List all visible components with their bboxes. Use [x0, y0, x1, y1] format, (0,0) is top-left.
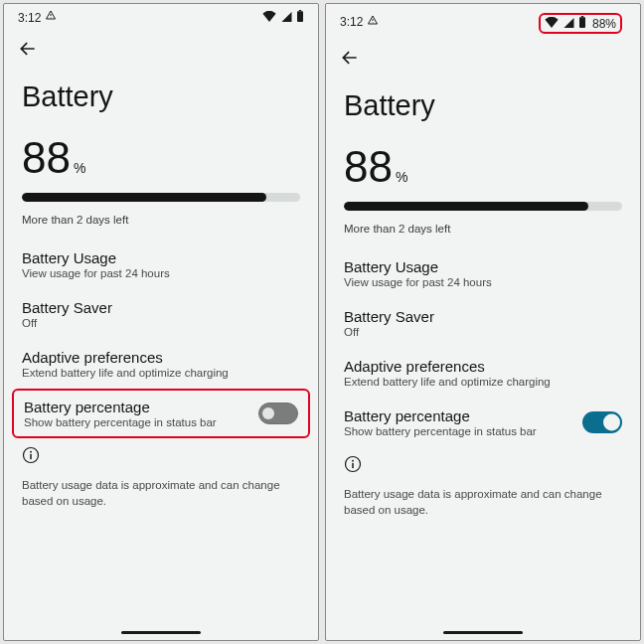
- item-sub: Show battery percentage in status bar: [344, 425, 572, 437]
- info-icon: [344, 455, 362, 477]
- wifi-icon: [262, 11, 276, 25]
- battery-value: 88: [22, 133, 71, 183]
- info-icon: [22, 446, 40, 468]
- battery-estimate: More than 2 days left: [326, 217, 640, 248]
- item-sub: Extend battery life and optimize chargin…: [344, 376, 622, 388]
- item-sub: View usage for past 24 hours: [22, 267, 300, 279]
- dnd-icon: [45, 10, 57, 25]
- battery-percentage-toggle[interactable]: [582, 411, 622, 433]
- item-sub: View usage for past 24 hours: [344, 276, 622, 288]
- dnd-icon: [367, 15, 379, 30]
- back-icon[interactable]: [18, 39, 38, 63]
- signal-icon: [280, 11, 292, 25]
- svg-rect-9: [352, 463, 354, 468]
- battery-icon: [578, 16, 586, 31]
- item-sub: Off: [344, 326, 622, 338]
- status-battery-percent: 88%: [592, 17, 616, 31]
- adaptive-preferences-item[interactable]: Adaptive preferences Extend battery life…: [4, 339, 318, 389]
- battery-usage-item[interactable]: Battery Usage View usage for past 24 hou…: [4, 240, 318, 289]
- status-bar: 3:12 88%: [326, 4, 640, 38]
- footnote: Battery usage data is approximate and ca…: [326, 481, 640, 518]
- item-title: Battery percentage: [24, 399, 248, 415]
- adaptive-preferences-item[interactable]: Adaptive preferences Extend battery life…: [326, 348, 640, 398]
- item-title: Battery Usage: [22, 249, 300, 266]
- battery-level: 88 %: [326, 142, 640, 192]
- phone-right: 3:12 88% Battery 88 % More: [325, 3, 641, 641]
- svg-rect-0: [299, 10, 301, 11]
- page-title: Battery: [326, 89, 640, 142]
- page-title: Battery: [4, 80, 318, 133]
- battery-bar-fill: [344, 202, 588, 211]
- status-time: 3:12: [18, 11, 41, 25]
- item-title: Adaptive preferences: [22, 349, 300, 366]
- battery-usage-item[interactable]: Battery Usage View usage for past 24 hou…: [326, 248, 640, 298]
- battery-icon: [296, 10, 304, 25]
- status-bar: 3:12: [4, 4, 318, 29]
- battery-percentage-item[interactable]: Battery percentage Show battery percenta…: [12, 389, 310, 438]
- status-time: 3:12: [340, 15, 363, 29]
- item-title: Battery percentage: [344, 407, 572, 424]
- back-row: [326, 38, 640, 89]
- battery-percentage-item[interactable]: Battery percentage Show battery percenta…: [326, 398, 640, 447]
- battery-bar: [326, 192, 640, 217]
- wifi-icon: [545, 17, 559, 31]
- battery-saver-item[interactable]: Battery Saver Off: [4, 289, 318, 339]
- battery-percentage-toggle[interactable]: [258, 402, 298, 424]
- info-icon-row: [4, 438, 318, 472]
- item-sub: Off: [22, 317, 300, 329]
- battery-unit: %: [396, 169, 407, 185]
- battery-unit: %: [74, 160, 85, 176]
- svg-point-8: [352, 460, 354, 462]
- battery-saver-item[interactable]: Battery Saver Off: [326, 298, 640, 348]
- battery-value: 88: [344, 142, 393, 192]
- phone-left: 3:12 Battery 88 % More than 2 day: [3, 3, 319, 641]
- battery-level: 88 %: [4, 133, 318, 183]
- back-row: [4, 29, 318, 80]
- nav-pill[interactable]: [121, 631, 201, 634]
- item-title: Battery Usage: [344, 258, 622, 275]
- svg-rect-5: [581, 16, 583, 17]
- battery-bar-fill: [22, 193, 266, 202]
- svg-rect-1: [297, 11, 303, 22]
- item-title: Battery Saver: [344, 308, 622, 325]
- battery-bar: [4, 183, 318, 208]
- item-title: Adaptive preferences: [344, 358, 622, 375]
- info-icon-row: [326, 447, 640, 481]
- svg-point-3: [30, 451, 32, 453]
- footnote: Battery usage data is approximate and ca…: [4, 472, 318, 509]
- nav-pill[interactable]: [443, 631, 523, 634]
- item-title: Battery Saver: [22, 299, 300, 316]
- svg-rect-4: [30, 454, 32, 459]
- signal-icon: [563, 17, 574, 31]
- battery-estimate: More than 2 days left: [4, 208, 318, 240]
- item-sub: Show battery percentage in status bar: [24, 416, 248, 428]
- svg-rect-6: [579, 17, 585, 28]
- back-icon[interactable]: [340, 48, 360, 72]
- item-sub: Extend battery life and optimize chargin…: [22, 367, 300, 379]
